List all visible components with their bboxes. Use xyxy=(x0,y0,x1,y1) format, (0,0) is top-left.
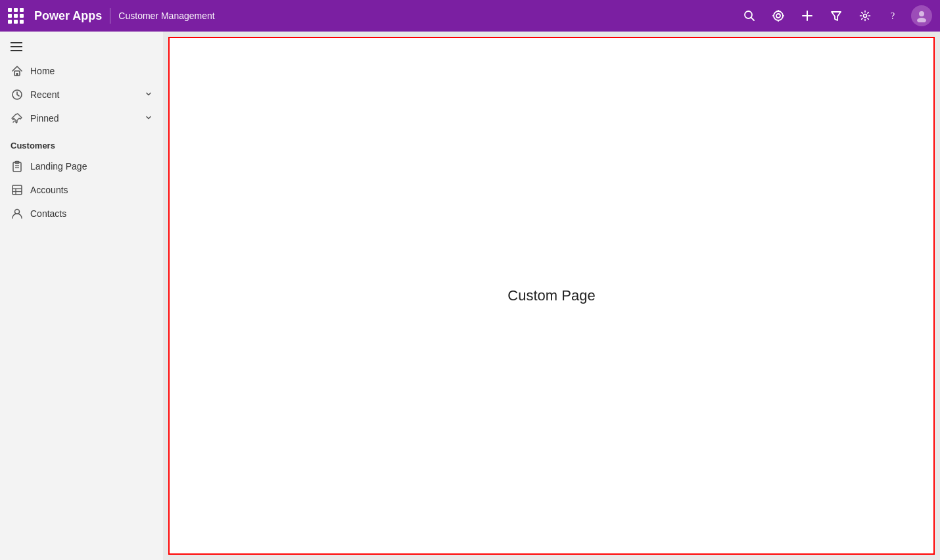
user-avatar[interactable] xyxy=(911,5,932,26)
svg-text:?: ? xyxy=(891,11,895,21)
table-icon xyxy=(11,183,24,197)
sidebar-item-accounts[interactable]: Accounts xyxy=(0,178,163,202)
svg-rect-26 xyxy=(12,185,22,195)
sidebar: Home Recent xyxy=(0,32,163,560)
svg-line-1 xyxy=(751,18,754,20)
filter-button[interactable] xyxy=(824,4,848,28)
help-button[interactable]: ? xyxy=(882,4,906,28)
sidebar-item-label-contacts: Contacts xyxy=(30,208,153,219)
app-name: Customer Management xyxy=(118,11,738,21)
sidebar-item-landing-page[interactable]: Landing Page xyxy=(0,154,163,178)
sidebar-item-label-pinned: Pinned xyxy=(30,113,145,124)
person-icon xyxy=(11,207,24,220)
main-content-area: Custom Page xyxy=(163,32,940,560)
topbar-action-icons: ? xyxy=(738,4,932,28)
svg-point-11 xyxy=(864,14,867,18)
sidebar-item-pinned[interactable]: Pinned xyxy=(0,106,163,130)
sidebar-item-label-home: Home xyxy=(30,66,153,76)
body-layout: Home Recent xyxy=(0,32,940,560)
add-button[interactable] xyxy=(795,4,819,28)
custom-page-frame: Custom Page xyxy=(168,37,935,555)
settings-button[interactable] xyxy=(853,4,877,28)
svg-line-21 xyxy=(13,121,14,122)
pin-icon xyxy=(11,112,24,125)
svg-point-3 xyxy=(776,14,780,18)
sidebar-section-customers: Customers xyxy=(0,130,163,154)
sidebar-item-label-recent: Recent xyxy=(30,89,145,100)
brand-name: Power Apps xyxy=(34,9,102,23)
clipboard-icon xyxy=(11,160,24,173)
waffle-menu[interactable] xyxy=(8,8,24,24)
sidebar-item-contacts[interactable]: Contacts xyxy=(0,202,163,225)
sidebar-item-label-accounts: Accounts xyxy=(30,185,153,195)
search-button[interactable] xyxy=(738,4,761,28)
svg-point-14 xyxy=(917,18,926,22)
svg-point-2 xyxy=(774,11,783,20)
svg-point-13 xyxy=(919,11,924,16)
topbar: Power Apps Customer Management xyxy=(0,0,940,32)
topbar-divider xyxy=(110,8,110,24)
target-button[interactable] xyxy=(766,4,790,28)
sidebar-hamburger[interactable] xyxy=(0,37,163,59)
recent-chevron-icon xyxy=(145,90,153,100)
sidebar-item-label-landing: Landing Page xyxy=(30,161,153,172)
custom-page-title: Custom Page xyxy=(507,287,595,304)
pinned-chevron-icon xyxy=(145,114,153,124)
sidebar-item-home[interactable]: Home xyxy=(0,59,163,83)
home-icon xyxy=(11,64,24,78)
svg-rect-19 xyxy=(16,73,18,76)
clock-icon xyxy=(11,88,24,101)
svg-marker-10 xyxy=(832,12,841,20)
sidebar-item-recent[interactable]: Recent xyxy=(0,83,163,106)
